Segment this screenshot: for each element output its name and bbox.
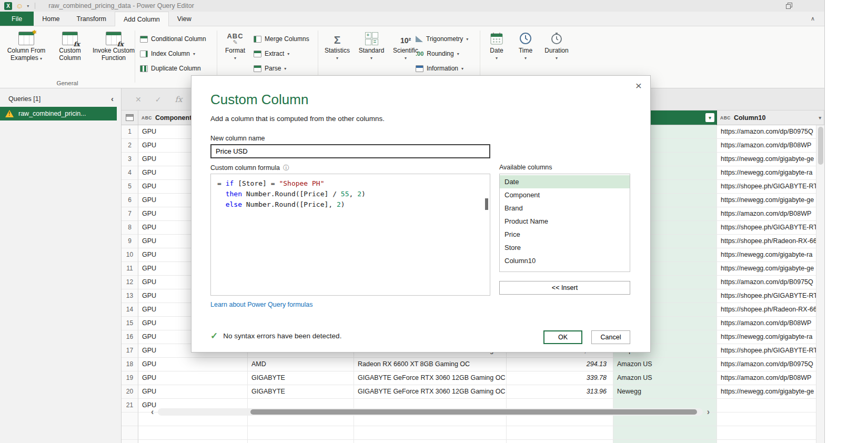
row-number[interactable]: 17 [122, 344, 138, 358]
available-column-item[interactable]: Store [500, 241, 630, 254]
row-number[interactable]: 3 [122, 153, 138, 166]
cell-url[interactable]: https://newegg.com/gigabyte-ra [717, 330, 824, 344]
merge-columns-button[interactable]: Merge Columns [254, 33, 309, 45]
row-number[interactable]: 15 [122, 317, 138, 330]
cell-store[interactable] [613, 440, 717, 443]
new-column-name-input[interactable] [210, 144, 490, 158]
column-header-column10[interactable]: ABC Column10 ▾ [717, 110, 824, 125]
cell-brand[interactable]: AMD [248, 358, 354, 371]
cell-url[interactable] [717, 399, 824, 412]
rounding-button[interactable]: .00 Rounding ▾ [416, 47, 468, 60]
cell-store[interactable]: Amazon US [613, 358, 717, 371]
information-button[interactable]: Information ▾ [416, 62, 468, 75]
row-number[interactable]: 2 [122, 139, 138, 153]
filter-caret-icon[interactable]: ▾ [819, 115, 821, 120]
row-number[interactable]: 21 [122, 399, 138, 412]
date-button[interactable]: Date ▾ [485, 29, 508, 61]
cell-product[interactable]: Radeon RX 6600 XT 8GB Gaming OC [354, 358, 507, 371]
available-column-item[interactable]: Date [500, 175, 630, 188]
horizontal-scrollbar[interactable]: ‹ › [151, 407, 710, 417]
cell-store[interactable]: Amazon US [613, 371, 717, 385]
parse-button[interactable]: Parse ▾ [254, 62, 309, 75]
available-columns-list[interactable]: DateComponentBrandProduct NamePriceStore… [499, 174, 630, 272]
cell-url[interactable] [717, 412, 824, 426]
cell-url[interactable]: https://amazon.com/dp/B08WP [717, 317, 824, 330]
horizontal-scrollbar-thumb[interactable] [250, 409, 697, 415]
restore-window-button[interactable] [786, 3, 793, 9]
scroll-left-arrow[interactable]: ‹ [151, 408, 154, 416]
formula-editor[interactable]: = if [Store] = "Shopee PH" then Number.R… [210, 174, 490, 296]
cell-url[interactable]: https://newegg.com/gigabyte-ra [717, 166, 824, 180]
duplicate-column-button[interactable]: Duplicate Column [140, 62, 206, 75]
format-button[interactable]: ABC✎ Format ▾ [222, 29, 248, 61]
row-number[interactable]: 18 [122, 358, 138, 371]
tab-view[interactable]: View [169, 12, 200, 26]
formula-scrollbar-thumb[interactable] [485, 198, 488, 210]
row-number[interactable]: 4 [122, 166, 138, 180]
cell-price[interactable]: 339.78 [507, 371, 613, 385]
cell-store[interactable]: Newegg [613, 385, 717, 399]
row-number[interactable]: 16 [122, 330, 138, 344]
cell-url[interactable] [717, 440, 824, 443]
column-from-examples-button[interactable]: ✱ Column From Examples ▾ [4, 29, 48, 62]
collapse-ribbon-button[interactable]: ∧ [811, 15, 815, 22]
available-column-item[interactable]: Component [500, 188, 630, 202]
cell-url[interactable]: https://newegg.com/gigabyte-ge [717, 385, 824, 399]
row-number[interactable]: 13 [122, 289, 138, 303]
row-number[interactable]: 6 [122, 194, 138, 207]
scroll-right-arrow[interactable]: › [707, 408, 710, 416]
titlebar-dropdown-caret-icon[interactable]: ▾ [27, 4, 29, 8]
row-number[interactable]: 20 [122, 385, 138, 399]
row-number[interactable]: 1 [122, 125, 138, 139]
info-icon[interactable]: ⓘ [283, 164, 289, 172]
collapse-queries-pane-button[interactable]: ‹ [111, 95, 114, 103]
cell-url[interactable]: https://shopee.ph/GIGABYTE-RT [717, 221, 824, 235]
ok-button[interactable]: OK [543, 330, 582, 344]
cell-product[interactable] [354, 440, 507, 443]
row-number[interactable]: 8 [122, 221, 138, 235]
available-column-item[interactable]: Price [500, 228, 630, 241]
cell-url[interactable]: https://newegg.com/gigabyte-ra [717, 248, 824, 262]
cell-product[interactable] [354, 426, 507, 440]
cell-url[interactable]: https://newegg.com/gigabyte-ge [717, 194, 824, 207]
vertical-scrollbar[interactable] [816, 125, 824, 443]
available-column-item[interactable]: Column10 [500, 254, 630, 267]
cell-url[interactable]: https://amazon.com/dp/B0975Q [717, 358, 824, 371]
invoke-custom-function-button[interactable]: fx Invoke Custom Function [92, 29, 136, 62]
row-number[interactable] [122, 440, 138, 443]
vertical-scrollbar-thumb[interactable] [818, 127, 823, 165]
cell-component[interactable] [138, 440, 248, 443]
query-item-selected[interactable]: raw_combined_pricin... [0, 107, 117, 120]
cell-price[interactable] [507, 426, 613, 440]
row-number[interactable] [122, 412, 138, 426]
cell-price[interactable]: 313.96 [507, 385, 613, 399]
cell-brand[interactable] [248, 426, 354, 440]
tab-home[interactable]: Home [34, 12, 68, 26]
cell-component[interactable]: GPU [138, 385, 248, 399]
cell-url[interactable]: https://amazon.com/dp/B0975Q [717, 125, 824, 139]
cell-product[interactable]: GIGABYTE GeForce RTX 3060 12GB Gaming OC [354, 371, 507, 385]
cell-url[interactable]: https://amazon.com/dp/B0975Q [717, 276, 824, 289]
cell-price[interactable] [507, 440, 613, 443]
cell-url[interactable]: https://shopee.ph/GIGABYTE-RT [717, 344, 824, 358]
time-button[interactable]: Time ▾ [514, 29, 537, 61]
horizontal-scrollbar-track[interactable] [158, 408, 702, 416]
cell-url[interactable]: https://newegg.com/gigabyte-ge [717, 262, 824, 276]
available-column-item[interactable]: Product Name [500, 215, 630, 228]
cell-component[interactable]: GPU [138, 358, 248, 371]
cell-component[interactable] [138, 426, 248, 440]
insert-button[interactable]: << Insert [499, 281, 630, 295]
trigonometry-button[interactable]: Trigonometry ▾ [416, 33, 468, 45]
cell-price[interactable]: 294.13 [507, 358, 613, 371]
close-dialog-button[interactable]: × [635, 80, 642, 91]
row-number[interactable] [122, 426, 138, 440]
cell-url[interactable]: https://amazon.com/dp/B08WP [717, 371, 824, 385]
cell-url[interactable]: https://shopee.ph/Radeon-RX-66 [717, 303, 824, 317]
commit-formula-icon[interactable]: ✓ [155, 95, 162, 104]
tab-file[interactable]: File [0, 12, 34, 26]
cell-url[interactable]: https://shopee.ph/Radeon-RX-66 [717, 235, 824, 248]
cell-brand[interactable]: GIGABYTE [248, 371, 354, 385]
standard-button[interactable]: += Standard ▾ [358, 29, 385, 61]
cell-brand[interactable]: GIGABYTE [248, 385, 354, 399]
row-number[interactable]: 7 [122, 207, 138, 221]
